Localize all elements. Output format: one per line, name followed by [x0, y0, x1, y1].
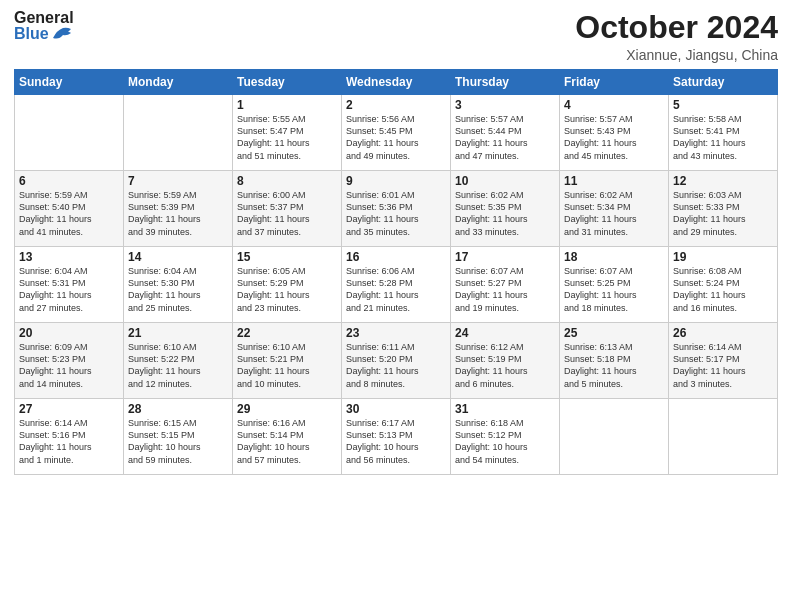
day-info: Sunrise: 6:00 AM Sunset: 5:37 PM Dayligh… [237, 189, 337, 238]
day-cell: 5Sunrise: 5:58 AM Sunset: 5:41 PM Daylig… [669, 95, 778, 171]
header-thursday: Thursday [451, 70, 560, 95]
day-number: 20 [19, 326, 119, 340]
day-info: Sunrise: 6:06 AM Sunset: 5:28 PM Dayligh… [346, 265, 446, 314]
logo-general: General [14, 10, 74, 26]
day-cell: 15Sunrise: 6:05 AM Sunset: 5:29 PM Dayli… [233, 247, 342, 323]
week-row-4: 20Sunrise: 6:09 AM Sunset: 5:23 PM Dayli… [15, 323, 778, 399]
day-cell: 29Sunrise: 6:16 AM Sunset: 5:14 PM Dayli… [233, 399, 342, 475]
day-number: 25 [564, 326, 664, 340]
day-cell: 25Sunrise: 6:13 AM Sunset: 5:18 PM Dayli… [560, 323, 669, 399]
header-saturday: Saturday [669, 70, 778, 95]
day-number: 8 [237, 174, 337, 188]
day-number: 23 [346, 326, 446, 340]
day-cell: 28Sunrise: 6:15 AM Sunset: 5:15 PM Dayli… [124, 399, 233, 475]
day-cell: 2Sunrise: 5:56 AM Sunset: 5:45 PM Daylig… [342, 95, 451, 171]
day-cell: 21Sunrise: 6:10 AM Sunset: 5:22 PM Dayli… [124, 323, 233, 399]
day-number: 13 [19, 250, 119, 264]
day-cell: 14Sunrise: 6:04 AM Sunset: 5:30 PM Dayli… [124, 247, 233, 323]
day-number: 19 [673, 250, 773, 264]
day-info: Sunrise: 5:58 AM Sunset: 5:41 PM Dayligh… [673, 113, 773, 162]
day-cell: 8Sunrise: 6:00 AM Sunset: 5:37 PM Daylig… [233, 171, 342, 247]
day-info: Sunrise: 6:05 AM Sunset: 5:29 PM Dayligh… [237, 265, 337, 314]
day-info: Sunrise: 6:07 AM Sunset: 5:25 PM Dayligh… [564, 265, 664, 314]
header-friday: Friday [560, 70, 669, 95]
day-cell: 16Sunrise: 6:06 AM Sunset: 5:28 PM Dayli… [342, 247, 451, 323]
day-number: 18 [564, 250, 664, 264]
day-number: 2 [346, 98, 446, 112]
day-info: Sunrise: 6:13 AM Sunset: 5:18 PM Dayligh… [564, 341, 664, 390]
day-number: 11 [564, 174, 664, 188]
month-title: October 2024 [575, 10, 778, 45]
day-cell: 17Sunrise: 6:07 AM Sunset: 5:27 PM Dayli… [451, 247, 560, 323]
header-row: Sunday Monday Tuesday Wednesday Thursday… [15, 70, 778, 95]
week-row-2: 6Sunrise: 5:59 AM Sunset: 5:40 PM Daylig… [15, 171, 778, 247]
day-cell: 12Sunrise: 6:03 AM Sunset: 5:33 PM Dayli… [669, 171, 778, 247]
day-info: Sunrise: 6:01 AM Sunset: 5:36 PM Dayligh… [346, 189, 446, 238]
day-info: Sunrise: 6:10 AM Sunset: 5:22 PM Dayligh… [128, 341, 228, 390]
calendar-table: Sunday Monday Tuesday Wednesday Thursday… [14, 69, 778, 475]
day-number: 1 [237, 98, 337, 112]
day-number: 14 [128, 250, 228, 264]
day-cell: 23Sunrise: 6:11 AM Sunset: 5:20 PM Dayli… [342, 323, 451, 399]
day-cell [669, 399, 778, 475]
day-number: 17 [455, 250, 555, 264]
day-info: Sunrise: 5:59 AM Sunset: 5:40 PM Dayligh… [19, 189, 119, 238]
day-number: 5 [673, 98, 773, 112]
day-number: 31 [455, 402, 555, 416]
day-cell: 20Sunrise: 6:09 AM Sunset: 5:23 PM Dayli… [15, 323, 124, 399]
header-tuesday: Tuesday [233, 70, 342, 95]
day-cell: 30Sunrise: 6:17 AM Sunset: 5:13 PM Dayli… [342, 399, 451, 475]
day-info: Sunrise: 5:57 AM Sunset: 5:44 PM Dayligh… [455, 113, 555, 162]
day-number: 3 [455, 98, 555, 112]
header-monday: Monday [124, 70, 233, 95]
calendar-page: General Blue October 2024 Xiannue, Jiang… [0, 0, 792, 612]
day-info: Sunrise: 6:02 AM Sunset: 5:35 PM Dayligh… [455, 189, 555, 238]
day-number: 12 [673, 174, 773, 188]
day-number: 24 [455, 326, 555, 340]
day-cell: 19Sunrise: 6:08 AM Sunset: 5:24 PM Dayli… [669, 247, 778, 323]
day-cell: 13Sunrise: 6:04 AM Sunset: 5:31 PM Dayli… [15, 247, 124, 323]
day-number: 21 [128, 326, 228, 340]
day-info: Sunrise: 6:17 AM Sunset: 5:13 PM Dayligh… [346, 417, 446, 466]
day-cell: 9Sunrise: 6:01 AM Sunset: 5:36 PM Daylig… [342, 171, 451, 247]
day-info: Sunrise: 5:59 AM Sunset: 5:39 PM Dayligh… [128, 189, 228, 238]
logo-blue: Blue [14, 26, 49, 42]
day-info: Sunrise: 6:10 AM Sunset: 5:21 PM Dayligh… [237, 341, 337, 390]
day-info: Sunrise: 6:09 AM Sunset: 5:23 PM Dayligh… [19, 341, 119, 390]
day-cell: 7Sunrise: 5:59 AM Sunset: 5:39 PM Daylig… [124, 171, 233, 247]
week-row-3: 13Sunrise: 6:04 AM Sunset: 5:31 PM Dayli… [15, 247, 778, 323]
day-info: Sunrise: 6:02 AM Sunset: 5:34 PM Dayligh… [564, 189, 664, 238]
day-number: 7 [128, 174, 228, 188]
day-cell: 26Sunrise: 6:14 AM Sunset: 5:17 PM Dayli… [669, 323, 778, 399]
day-number: 16 [346, 250, 446, 264]
day-info: Sunrise: 5:57 AM Sunset: 5:43 PM Dayligh… [564, 113, 664, 162]
day-info: Sunrise: 6:12 AM Sunset: 5:19 PM Dayligh… [455, 341, 555, 390]
day-info: Sunrise: 6:15 AM Sunset: 5:15 PM Dayligh… [128, 417, 228, 466]
day-info: Sunrise: 6:14 AM Sunset: 5:17 PM Dayligh… [673, 341, 773, 390]
day-info: Sunrise: 6:08 AM Sunset: 5:24 PM Dayligh… [673, 265, 773, 314]
day-info: Sunrise: 5:55 AM Sunset: 5:47 PM Dayligh… [237, 113, 337, 162]
day-cell [15, 95, 124, 171]
title-block: October 2024 Xiannue, Jiangsu, China [575, 10, 778, 63]
day-number: 27 [19, 402, 119, 416]
day-cell [560, 399, 669, 475]
day-info: Sunrise: 6:03 AM Sunset: 5:33 PM Dayligh… [673, 189, 773, 238]
day-info: Sunrise: 6:14 AM Sunset: 5:16 PM Dayligh… [19, 417, 119, 466]
day-cell: 18Sunrise: 6:07 AM Sunset: 5:25 PM Dayli… [560, 247, 669, 323]
header: General Blue October 2024 Xiannue, Jiang… [14, 10, 778, 63]
day-cell: 31Sunrise: 6:18 AM Sunset: 5:12 PM Dayli… [451, 399, 560, 475]
header-wednesday: Wednesday [342, 70, 451, 95]
day-info: Sunrise: 5:56 AM Sunset: 5:45 PM Dayligh… [346, 113, 446, 162]
day-info: Sunrise: 6:04 AM Sunset: 5:30 PM Dayligh… [128, 265, 228, 314]
day-cell: 4Sunrise: 5:57 AM Sunset: 5:43 PM Daylig… [560, 95, 669, 171]
day-info: Sunrise: 6:11 AM Sunset: 5:20 PM Dayligh… [346, 341, 446, 390]
day-info: Sunrise: 6:07 AM Sunset: 5:27 PM Dayligh… [455, 265, 555, 314]
day-number: 28 [128, 402, 228, 416]
day-cell: 11Sunrise: 6:02 AM Sunset: 5:34 PM Dayli… [560, 171, 669, 247]
day-cell: 10Sunrise: 6:02 AM Sunset: 5:35 PM Dayli… [451, 171, 560, 247]
location: Xiannue, Jiangsu, China [575, 47, 778, 63]
day-number: 9 [346, 174, 446, 188]
day-number: 22 [237, 326, 337, 340]
day-cell: 27Sunrise: 6:14 AM Sunset: 5:16 PM Dayli… [15, 399, 124, 475]
week-row-1: 1Sunrise: 5:55 AM Sunset: 5:47 PM Daylig… [15, 95, 778, 171]
